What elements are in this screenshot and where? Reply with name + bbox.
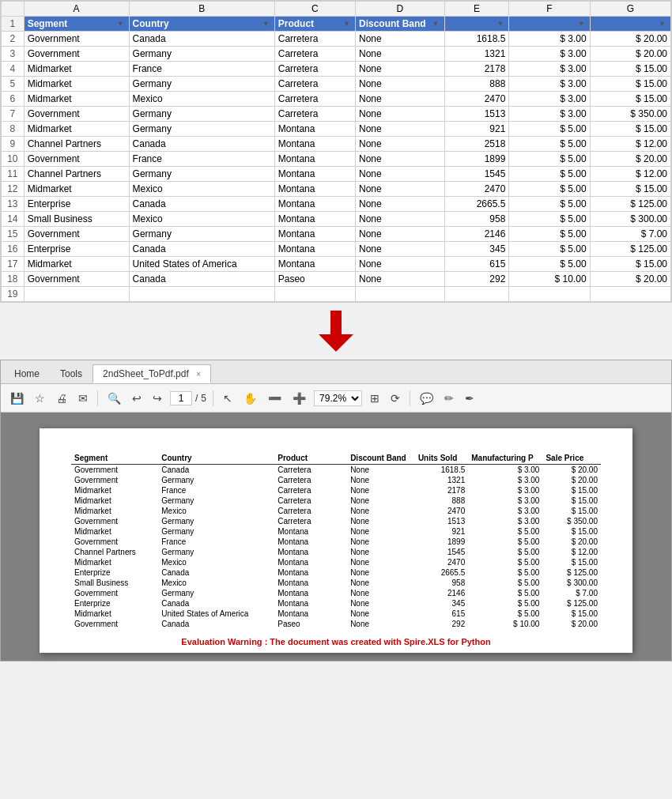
spreadsheet-cell[interactable]: Mexico <box>129 212 274 227</box>
spreadsheet-cell[interactable]: None <box>356 47 445 62</box>
filter-button[interactable]: ▼ <box>115 20 126 28</box>
spreadsheet-cell[interactable] <box>444 287 509 302</box>
spreadsheet-cell[interactable]: $ 15.00 <box>590 182 670 197</box>
spreadsheet-cell[interactable]: $ 15.00 <box>590 62 670 77</box>
spreadsheet-cell[interactable]: Mexico <box>129 182 274 197</box>
spreadsheet-cell[interactable]: $ 3.00 <box>509 92 590 107</box>
spreadsheet-cell[interactable]: $ 125.00 <box>590 242 670 257</box>
spreadsheet-cell[interactable]: None <box>356 272 445 287</box>
spreadsheet-cell[interactable]: $ 15.00 <box>590 77 670 92</box>
spreadsheet-cell[interactable]: $ 5.00 <box>509 212 590 227</box>
zoom-minus-button[interactable]: ➖ <box>265 390 285 406</box>
spreadsheet-cell[interactable]: 615 <box>444 257 509 272</box>
next-page-button[interactable]: ↪ <box>149 390 165 406</box>
spreadsheet-cell[interactable] <box>129 287 274 302</box>
zoom-select[interactable]: 79.2% 50% 75% 100% 125% <box>314 390 362 406</box>
spreadsheet-cell[interactable]: 2178 <box>444 62 509 77</box>
spreadsheet-cell[interactable]: Carretera <box>274 32 355 47</box>
spreadsheet-cell[interactable] <box>24 287 129 302</box>
spreadsheet-cell[interactable]: Midmarket <box>24 257 129 272</box>
spreadsheet-cell[interactable]: Montana <box>274 197 355 212</box>
pan-tool-button[interactable]: ✋ <box>240 390 260 406</box>
col-header-e[interactable]: E <box>444 2 509 17</box>
rotate-button[interactable]: ⟳ <box>387 390 403 406</box>
spreadsheet-cell[interactable]: Germany <box>129 47 274 62</box>
spreadsheet-cell[interactable]: $ 300.00 <box>590 212 670 227</box>
tab-tools[interactable]: Tools <box>50 364 92 383</box>
spreadsheet-cell[interactable] <box>274 287 355 302</box>
spreadsheet-cell[interactable]: 1899 <box>444 152 509 167</box>
spreadsheet-cell[interactable]: Government <box>24 47 129 62</box>
spreadsheet-cell[interactable]: Germany <box>129 167 274 182</box>
spreadsheet-cell[interactable]: Enterprise <box>24 197 129 212</box>
tab-home[interactable]: Home <box>4 364 50 383</box>
spreadsheet-cell[interactable]: Mexico <box>129 92 274 107</box>
spreadsheet-cell[interactable]: None <box>356 167 445 182</box>
spreadsheet-cell[interactable] <box>590 287 670 302</box>
spreadsheet-cell[interactable]: 2470 <box>444 182 509 197</box>
spreadsheet-cell[interactable]: None <box>356 77 445 92</box>
spreadsheet-cell[interactable]: $ 20.00 <box>590 32 670 47</box>
spreadsheet-cell[interactable]: Montana <box>274 257 355 272</box>
spreadsheet-cell[interactable]: Carretera <box>274 47 355 62</box>
spreadsheet-cell[interactable]: France <box>129 62 274 77</box>
print-button[interactable]: 🖨 <box>53 390 70 406</box>
spreadsheet-cell[interactable]: $ 5.00 <box>509 167 590 182</box>
spreadsheet-cell[interactable]: Channel Partners <box>24 167 129 182</box>
spreadsheet-cell[interactable]: 1513 <box>444 107 509 122</box>
filter-button[interactable]: ▼ <box>261 20 271 28</box>
filter-button[interactable]: ▼ <box>431 20 441 28</box>
spreadsheet-cell[interactable]: None <box>356 227 445 242</box>
spreadsheet-cell[interactable]: $ 20.00 <box>590 272 670 287</box>
tools-button[interactable]: ✒ <box>462 390 478 406</box>
spreadsheet-cell[interactable]: Canada <box>129 32 274 47</box>
spreadsheet-cell[interactable]: $ 5.00 <box>509 257 590 272</box>
spreadsheet-cell[interactable]: United States of America <box>129 257 274 272</box>
filter-button[interactable]: ▼ <box>576 20 587 28</box>
spreadsheet-cell[interactable]: $ 5.00 <box>509 122 590 137</box>
spreadsheet-cell[interactable]: $ 15.00 <box>590 92 670 107</box>
spreadsheet-cell[interactable]: 2146 <box>444 227 509 242</box>
pen-button[interactable]: ✏ <box>441 390 457 406</box>
spreadsheet-cell[interactable]: Midmarket <box>24 62 129 77</box>
spreadsheet-cell[interactable]: Montana <box>274 152 355 167</box>
spreadsheet-cell[interactable]: Montana <box>274 227 355 242</box>
spreadsheet-cell[interactable]: 2518 <box>444 137 509 152</box>
spreadsheet-cell[interactable] <box>356 287 445 302</box>
spreadsheet-cell[interactable]: $ 3.00 <box>509 62 590 77</box>
spreadsheet-cell[interactable]: Carretera <box>274 62 355 77</box>
spreadsheet-cell[interactable]: $ 5.00 <box>509 152 590 167</box>
spreadsheet-cell[interactable]: $ 7.00 <box>590 227 670 242</box>
comment-button[interactable]: 💬 <box>417 390 436 406</box>
col-header-d[interactable]: D <box>356 2 445 17</box>
spreadsheet-cell[interactable]: None <box>356 152 445 167</box>
spreadsheet-cell[interactable]: $ 20.00 <box>590 47 670 62</box>
spreadsheet-cell[interactable]: Government <box>24 227 129 242</box>
spreadsheet-cell[interactable]: 1618.5 <box>444 32 509 47</box>
spreadsheet-cell[interactable]: Paseo <box>274 272 355 287</box>
spreadsheet-cell[interactable]: $ 15.00 <box>590 122 670 137</box>
col-header-a[interactable]: A <box>24 2 129 17</box>
spreadsheet-cell[interactable]: 1545 <box>444 167 509 182</box>
spreadsheet-cell[interactable]: None <box>356 197 445 212</box>
spreadsheet-cell[interactable]: $ 12.00 <box>590 137 670 152</box>
spreadsheet-cell[interactable]: None <box>356 182 445 197</box>
spreadsheet-cell[interactable]: None <box>356 212 445 227</box>
tab-close-button[interactable]: × <box>196 370 201 379</box>
spreadsheet-cell[interactable]: None <box>356 137 445 152</box>
spreadsheet-cell[interactable]: Montana <box>274 182 355 197</box>
spreadsheet-cell[interactable]: Midmarket <box>24 182 129 197</box>
spreadsheet-cell[interactable]: Government <box>24 107 129 122</box>
spreadsheet-cell[interactable]: $ 5.00 <box>509 182 590 197</box>
spreadsheet-cell[interactable]: $ 5.00 <box>509 137 590 152</box>
bookmark-button[interactable]: ☆ <box>32 390 48 406</box>
spreadsheet-cell[interactable]: France <box>129 152 274 167</box>
spreadsheet-cell[interactable]: $ 15.00 <box>590 257 670 272</box>
spreadsheet-cell[interactable]: 958 <box>444 212 509 227</box>
spreadsheet-cell[interactable]: Midmarket <box>24 77 129 92</box>
spreadsheet-cell[interactable]: Midmarket <box>24 122 129 137</box>
spreadsheet-cell[interactable]: Small Business <box>24 212 129 227</box>
spreadsheet-cell[interactable]: $ 5.00 <box>509 197 590 212</box>
spreadsheet-cell[interactable]: Government <box>24 272 129 287</box>
col-header-g[interactable]: G <box>590 2 670 17</box>
